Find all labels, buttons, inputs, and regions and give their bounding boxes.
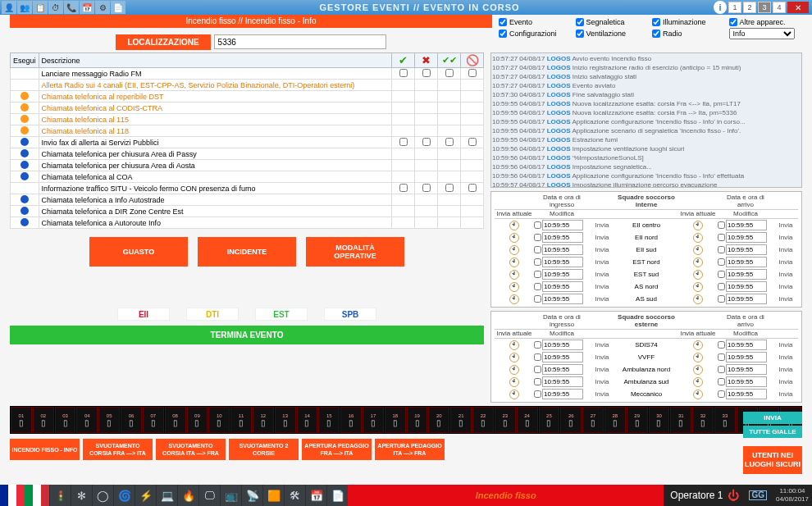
tunnel-slot[interactable]: 21▯ [450,407,472,433]
foot-icon-07[interactable]: 🔥 [177,485,198,506]
tag-dti[interactable]: DTI [186,308,239,321]
tunnel-slot[interactable]: 04▯ [76,407,98,433]
time-input[interactable] [542,352,583,362]
foot-icon-10[interactable]: 📡 [241,485,262,506]
invia-button[interactable]: INVIA [743,412,802,424]
time-checkbox[interactable] [718,246,725,253]
time-input[interactable] [542,220,583,230]
clock-icon[interactable] [693,221,703,230]
table-row[interactable]: Chiamata telefonica al CODIS-CTRA [11,103,484,114]
time-checkbox[interactable] [718,234,725,241]
tunnel-slot[interactable]: 07▯ [143,407,164,433]
time-input[interactable] [726,220,767,230]
clock-icon[interactable] [693,353,703,362]
table-row[interactable]: Chiamata telefonica al COA [11,171,484,183]
invia-label[interactable]: Invia [590,234,614,241]
invia-label[interactable]: Invia [773,341,798,349]
time-checkbox[interactable] [718,221,725,229]
row-checkbox[interactable] [468,69,477,77]
tunnel-slot[interactable]: 05▯ [98,407,120,433]
foot-icon-05[interactable]: ⚡ [135,485,156,506]
tunnel-slot[interactable]: 17▯ [363,407,384,433]
table-row[interactable]: Allerta Radio sui 4 canali (EII, EST-CPP… [11,80,484,91]
time-checkbox[interactable] [534,390,541,398]
foot-icon-14[interactable]: 📄 [326,485,348,506]
clock-icon[interactable] [693,245,703,255]
invia-label[interactable]: Invia [773,258,798,266]
numbox-3[interactable]: 3 [758,2,771,13]
invia-label[interactable]: Invia [773,221,798,229]
clock-icon[interactable] [693,294,703,304]
tunnel-slot[interactable]: 01▯ [11,407,32,433]
chk-radio[interactable]: Radio [652,28,726,39]
tunnel-slot[interactable]: 28▯ [604,407,626,433]
tag-eii[interactable]: EII [117,308,170,321]
log-panel[interactable]: 10:57:27 04/08/17 LOGOS Avvio evento Inc… [490,52,802,188]
tag-spb[interactable]: SPB [324,308,376,321]
scenario-button[interactable]: APERTURA PEDAGGIO FRA —> ITA [302,439,372,460]
clock-icon[interactable] [693,340,703,350]
localize-button[interactable]: LOCALIZZAZIONE [116,34,210,50]
invia-label[interactable]: Invia [590,341,614,349]
time-checkbox[interactable] [718,295,725,303]
row-checkbox[interactable] [399,138,408,146]
time-checkbox[interactable] [534,378,541,385]
clock-icon[interactable] [509,258,519,267]
row-checkbox[interactable] [422,138,431,146]
foot-icon-12[interactable]: 🛠 [284,485,305,506]
table-row[interactable]: Chiamata telefonica a Info Autostrade [11,194,484,206]
tunnel-slot[interactable]: 32▯ [692,407,714,433]
invia-label[interactable]: Invia [590,378,614,385]
time-input[interactable] [542,269,583,280]
close-button[interactable]: ✕ [787,2,809,13]
info-select[interactable]: Info [729,28,795,39]
tunnel-slot[interactable]: 16▯ [340,407,362,433]
tb-icon-6[interactable]: 📅 [80,1,94,14]
row-checkbox[interactable] [468,138,477,146]
chk-ventilazione[interactable]: Ventilazione [576,28,650,39]
time-input[interactable] [542,232,583,243]
tb-icon-4[interactable]: ⏱ [48,1,63,14]
foot-icon-02[interactable]: ✻ [71,485,92,506]
scenario-button[interactable]: APERTURA PEDAGGIO ITA —> FRA [375,439,445,460]
invia-label[interactable]: Invia [773,353,798,361]
time-input[interactable] [726,364,767,375]
time-checkbox[interactable] [534,353,541,361]
chk-illuminazione[interactable]: Illuminazione [652,18,726,26]
chk-evento[interactable]: Evento [499,18,573,26]
time-input[interactable] [726,232,767,243]
time-input[interactable] [726,269,767,280]
time-checkbox[interactable] [534,246,541,253]
scenario-button[interactable]: SVUOTAMENTO CORSIA FRA —> ITA [83,439,153,460]
invia-label[interactable]: Invia [773,366,798,373]
numbox-4[interactable]: 4 [773,2,786,13]
tunnel-slot[interactable]: 30▯ [649,407,670,433]
clock-icon[interactable] [509,233,519,243]
row-checkbox[interactable] [445,69,454,77]
tag-est[interactable]: EST [255,308,308,321]
clock-icon[interactable] [509,221,519,230]
invia-label[interactable]: Invia [590,221,614,229]
foot-icon-08[interactable]: 🖵 [198,485,220,506]
tunnel-slot[interactable]: 14▯ [297,407,318,433]
time-input[interactable] [542,257,583,267]
numbox-2[interactable]: 2 [743,2,756,13]
row-checkbox[interactable] [399,184,408,192]
time-input[interactable] [726,352,767,362]
clock-icon[interactable] [693,365,703,375]
foot-icon-06[interactable]: 💻 [156,485,177,506]
tunnel-slot[interactable]: 09▯ [187,407,208,433]
tunnel-slot[interactable]: 02▯ [33,407,54,433]
clock-icon[interactable] [509,365,519,375]
clock-icon[interactable] [693,233,703,243]
tunnel-slot[interactable]: 10▯ [208,407,230,433]
invia-label[interactable]: Invia [773,378,798,385]
clock-icon[interactable] [509,245,519,255]
gg-icon[interactable]: GG [749,490,767,500]
invia-label[interactable]: Invia [590,390,614,398]
tunnel-slot[interactable]: 22▯ [472,407,494,433]
time-input[interactable] [542,389,583,399]
invia-label[interactable]: Invia [590,283,614,290]
time-checkbox[interactable] [534,271,541,278]
tunnel-slot[interactable]: 18▯ [385,407,406,433]
